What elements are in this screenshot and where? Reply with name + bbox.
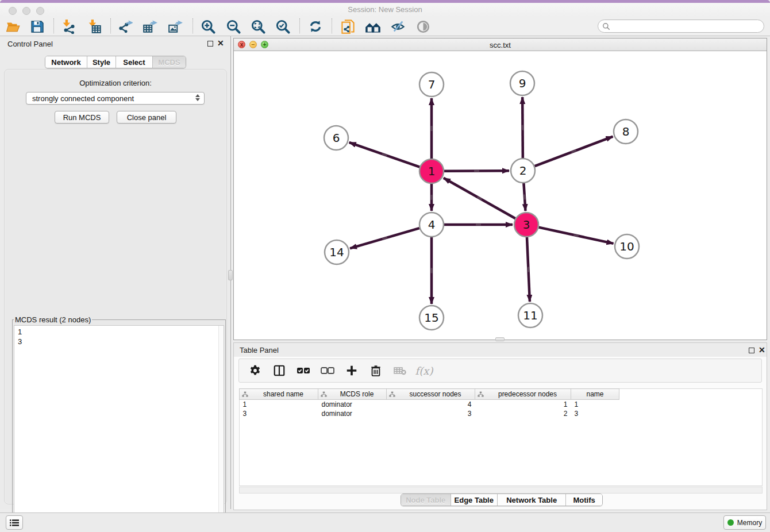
add-column-icon[interactable] xyxy=(344,363,360,379)
table-row[interactable]: 3dominator323 xyxy=(240,409,619,418)
unselect-all-icon[interactable] xyxy=(319,363,336,379)
graph-node-15[interactable]: 15 xyxy=(419,306,444,330)
tab-edge-table[interactable]: Edge Table xyxy=(451,494,498,506)
table-cell[interactable]: 3 xyxy=(240,409,318,418)
export-image-icon[interactable] xyxy=(165,18,185,35)
table-cell[interactable]: 1 xyxy=(571,400,619,409)
graph-node-14[interactable]: 14 xyxy=(325,240,349,264)
network-graph[interactable]: 7968124314101511 xyxy=(234,51,767,340)
table-cell[interactable]: 3 xyxy=(387,409,475,418)
export-network-icon[interactable] xyxy=(116,18,135,35)
table-cell[interactable]: 2 xyxy=(475,409,571,418)
function-icon[interactable]: f(x) xyxy=(416,363,432,379)
graph-node-4[interactable]: 4 xyxy=(419,213,444,237)
node-label: 10 xyxy=(619,240,634,253)
close-panel-icon[interactable]: ✕ xyxy=(217,39,224,47)
run-mcds-button[interactable]: Run MCDS xyxy=(55,111,109,124)
zoom-in-icon[interactable] xyxy=(198,18,218,35)
network-window-title: scc.txt xyxy=(234,41,767,49)
result-scrollbar[interactable] xyxy=(218,326,224,532)
network-canvas[interactable]: 7968124314101511 xyxy=(234,51,767,340)
tab-style[interactable]: Style xyxy=(87,56,116,68)
table-hscrollbar[interactable] xyxy=(239,487,763,494)
graph-node-8[interactable]: 8 xyxy=(614,119,638,144)
refresh-icon[interactable] xyxy=(306,18,325,35)
graph-node-2[interactable]: 2 xyxy=(511,159,535,183)
tab-motifs[interactable]: Motifs xyxy=(565,494,602,506)
graph-node-1[interactable]: 1 xyxy=(419,159,444,183)
hide-selected-icon[interactable] xyxy=(388,18,407,35)
tab-node-table[interactable]: Node Table xyxy=(401,494,451,506)
memory-label: Memory xyxy=(737,519,762,527)
list-icon xyxy=(10,519,19,527)
zoom-selected-icon[interactable] xyxy=(273,18,292,35)
first-neighbors-icon[interactable] xyxy=(363,18,383,35)
graph-node-6[interactable]: 6 xyxy=(324,126,348,150)
zoom-out-icon[interactable] xyxy=(224,18,243,35)
node-label: 3 xyxy=(523,218,530,232)
tab-mcds[interactable]: MCDS xyxy=(152,56,186,68)
column-header-mcds-role[interactable]: MCDS role xyxy=(318,389,387,400)
close-panel-button[interactable]: Close panel xyxy=(117,111,176,124)
tab-network-table[interactable]: Network Table xyxy=(497,494,565,506)
graph-node-3[interactable]: 3 xyxy=(514,213,538,237)
edge-label-mark xyxy=(522,125,523,130)
column-header-shared-name[interactable]: shared name xyxy=(240,389,318,400)
graph-node-10[interactable]: 10 xyxy=(615,234,639,259)
tab-select[interactable]: Select xyxy=(116,56,152,68)
show-panels-button[interactable] xyxy=(6,515,23,530)
node-label: 7 xyxy=(428,78,436,91)
node-table-body: 1dominator4113dominator323 xyxy=(240,400,619,418)
table-cell[interactable]: 3 xyxy=(571,409,619,418)
open-file-icon[interactable] xyxy=(3,18,23,35)
network-view-window: x − + scc.txt 7968124314101511 xyxy=(233,38,767,340)
split-columns-icon[interactable] xyxy=(271,363,287,379)
optimization-criterion-select[interactable]: strongly connected component xyxy=(26,92,205,105)
edge-label-mark xyxy=(476,223,481,225)
graph-node-9[interactable]: 9 xyxy=(510,71,534,95)
table-cell[interactable]: 4 xyxy=(387,400,475,409)
graph-node-7[interactable]: 7 xyxy=(419,72,444,97)
graph-node-11[interactable]: 11 xyxy=(518,303,542,327)
node-label: 9 xyxy=(519,76,526,90)
mcds-result-line[interactable]: 3 xyxy=(14,337,224,346)
clone-network-icon[interactable] xyxy=(338,18,357,35)
mcds-result-line[interactable]: 1 xyxy=(14,327,224,337)
float-panel-icon[interactable] xyxy=(207,41,213,47)
column-header-predecessor-nodes[interactable]: predecessor nodes xyxy=(475,389,571,400)
table-cell[interactable]: dominator xyxy=(318,409,387,418)
import-network-icon[interactable] xyxy=(59,18,79,35)
search-input[interactable] xyxy=(610,21,764,32)
toolbar-separator xyxy=(332,18,332,33)
memory-button[interactable]: Memory xyxy=(723,515,766,530)
column-header-successor-nodes[interactable]: successor nodes xyxy=(387,389,475,400)
show-all-icon[interactable] xyxy=(413,18,433,35)
network-window-titlebar[interactable]: x − + scc.txt xyxy=(234,38,767,51)
save-session-icon[interactable] xyxy=(27,18,47,35)
table-cell[interactable]: dominator xyxy=(318,400,387,409)
import-table-icon[interactable] xyxy=(85,18,105,35)
close-table-panel-icon[interactable]: ✕ xyxy=(759,346,765,354)
app-titlebar: Session: New Session xyxy=(0,3,770,16)
column-header-name[interactable]: name xyxy=(571,389,619,400)
table-row[interactable]: 1dominator411 xyxy=(240,400,619,409)
table-panel-header: Table Panel ✕ xyxy=(234,343,767,357)
table-cell[interactable]: 1 xyxy=(240,400,318,409)
optimization-criterion-value: strongly connected component xyxy=(32,94,134,103)
select-all-icon[interactable] xyxy=(295,363,311,379)
network-splitter-grip[interactable] xyxy=(495,337,505,341)
control-panel-title: Control Panel xyxy=(7,40,53,48)
tab-network[interactable]: Network xyxy=(45,56,87,68)
table-cell[interactable]: 1 xyxy=(475,400,571,409)
delete-icon[interactable] xyxy=(368,363,384,379)
panel-splitter-grip[interactable] xyxy=(228,270,233,280)
gear-icon[interactable] xyxy=(247,363,263,379)
zoom-fit-icon[interactable] xyxy=(248,18,268,35)
edge-label-mark xyxy=(430,126,432,131)
float-table-panel-icon[interactable] xyxy=(749,348,754,353)
mcds-result-list[interactable]: 13 xyxy=(14,325,224,532)
search-icon xyxy=(602,22,610,30)
mcds-result-lines: 13 xyxy=(14,326,224,346)
export-table-icon[interactable] xyxy=(140,18,160,35)
delete-column-icon[interactable] xyxy=(392,363,408,379)
